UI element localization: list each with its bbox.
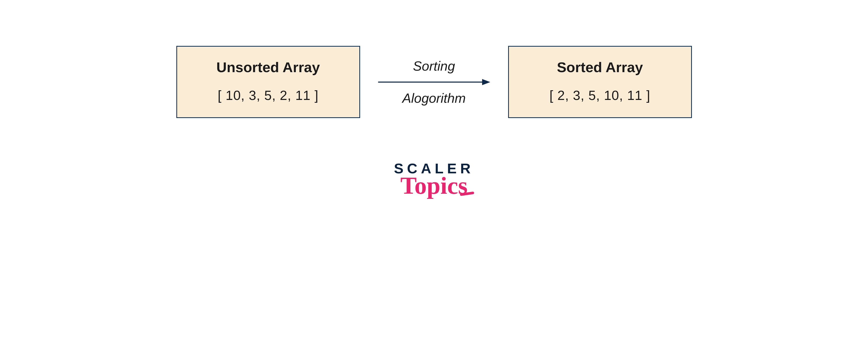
arrow-block: Sorting Alogorithm xyxy=(378,58,490,106)
sorted-array-content: [ 2, 3, 5, 10, 11 ] xyxy=(529,88,671,103)
arrow-label-bottom: Alogorithm xyxy=(402,91,466,106)
sorted-array-box: Sorted Array [ 2, 3, 5, 10, 11 ] xyxy=(508,46,692,118)
svg-marker-1 xyxy=(482,79,490,85)
arrow-right-icon xyxy=(378,78,490,86)
sorted-array-title: Sorted Array xyxy=(529,59,671,75)
unsorted-array-content: [ 10, 3, 5, 2, 11 ] xyxy=(197,88,339,103)
arrow-label-top: Sorting xyxy=(413,58,455,74)
unsorted-array-box: Unsorted Array [ 10, 3, 5, 2, 11 ] xyxy=(176,46,360,118)
brand-bottom-text: Topics xyxy=(400,175,468,197)
unsorted-array-title: Unsorted Array xyxy=(197,59,339,75)
brand-logo: SCALER Topics xyxy=(394,161,474,197)
sorting-diagram: Unsorted Array [ 10, 3, 5, 2, 11 ] Sorti… xyxy=(176,46,692,118)
